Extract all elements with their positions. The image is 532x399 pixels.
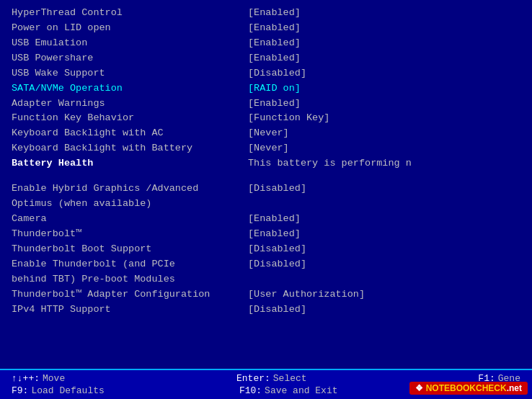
label-kb-backlight-battery: Keyboard Backlight with Battery xyxy=(12,141,242,156)
value-camera: [Enabled] xyxy=(242,212,520,227)
footer-move: ↑↓++: Move xyxy=(12,373,65,384)
footer-key-f10: F10: xyxy=(239,385,262,396)
row-ipv4-http[interactable]: IPv4 HTTP Support [Disabled] xyxy=(12,302,520,318)
row-hyperthread[interactable]: HyperThread Control [Enabled] xyxy=(12,6,520,21)
row-kb-backlight-ac[interactable]: Keyboard Backlight with AC [Never] xyxy=(12,126,520,141)
row-tb-enable-pcie2: behind TBT) Pre-boot Modules xyxy=(12,272,520,287)
row-camera[interactable]: Camera [Enabled] xyxy=(12,212,520,227)
value-tb-boot-support: [Disabled] xyxy=(242,242,520,257)
value-function-key: [Function Key] xyxy=(242,111,520,126)
row-adapter-warnings[interactable]: Adapter Warnings [Enabled] xyxy=(12,97,520,112)
label-sata-nvme: SATA/NVMe Operation xyxy=(12,81,242,97)
label-power-lid: Power on LID open xyxy=(12,21,242,36)
label-thunderbolt: Thunderbolt™ xyxy=(12,227,242,242)
label-camera: Camera xyxy=(12,212,242,227)
footer-desc-select: Select xyxy=(273,373,307,384)
watermark-text: NOTEBOOKCHECK xyxy=(426,383,507,393)
row-hybrid-graphics[interactable]: Enable Hybrid Graphics /Advanced [Disabl… xyxy=(12,181,520,197)
watermark-suffix: .net xyxy=(507,383,522,393)
row-optimus: Optimus (when available) xyxy=(12,197,520,212)
footer-enter: Enter: Select xyxy=(236,373,307,384)
row-battery-health[interactable]: Battery Health This battery is performin… xyxy=(12,156,520,171)
value-hyperthread: [Enabled] xyxy=(242,6,520,21)
label-tb-boot-support: Thunderbolt Boot Support xyxy=(12,242,242,257)
bios-screen: HyperThread Control [Enabled] Power on L… xyxy=(0,0,532,399)
footer-f10: F10: Save and Exit xyxy=(239,385,338,396)
value-hybrid-graphics: [Disabled] xyxy=(242,181,520,197)
label-tb-enable-pcie2: behind TBT) Pre-boot Modules xyxy=(12,272,242,287)
footer-desc-move: Move xyxy=(43,373,65,384)
value-usb-wake: [Disabled] xyxy=(242,66,520,81)
label-adapter-warnings: Adapter Warnings xyxy=(12,97,242,112)
value-power-lid: [Enabled] xyxy=(242,21,520,36)
row-usb-powershare[interactable]: USB Powershare [Enabled] xyxy=(12,51,520,66)
label-battery-health: Battery Health xyxy=(12,156,242,171)
row-usb-emulation[interactable]: USB Emulation [Enabled] xyxy=(12,36,520,51)
row-kb-backlight-battery[interactable]: Keyboard Backlight with Battery [Never] xyxy=(12,141,520,156)
watermark-icon: ❖ xyxy=(415,383,423,393)
label-hyperthread: HyperThread Control xyxy=(12,6,242,21)
footer-desc-save: Save and Exit xyxy=(265,385,337,396)
label-usb-emulation: USB Emulation xyxy=(12,36,242,51)
label-tb-adapter-config: Thunderbolt™ Adapter Configuration xyxy=(12,287,242,302)
value-kb-backlight-ac: [Never] xyxy=(242,126,520,141)
row-tb-adapter-config[interactable]: Thunderbolt™ Adapter Configuration [User… xyxy=(12,287,520,302)
value-thunderbolt: [Enabled] xyxy=(242,227,520,242)
value-adapter-warnings: [Enabled] xyxy=(242,97,520,112)
label-optimus: Optimus (when available) xyxy=(12,197,242,212)
value-tb-adapter-config: [User Authorization] xyxy=(242,287,520,302)
label-kb-backlight-ac: Keyboard Backlight with AC xyxy=(12,126,242,141)
label-usb-wake: USB Wake Support xyxy=(12,66,242,81)
row-usb-wake[interactable]: USB Wake Support [Disabled] xyxy=(12,66,520,81)
value-sata-nvme: [RAID on] xyxy=(242,81,520,97)
row-power-lid[interactable]: Power on LID open [Enabled] xyxy=(12,21,520,36)
footer-desc-load: Load Defaults xyxy=(31,385,104,396)
row-sata-nvme[interactable]: SATA/NVMe Operation [RAID on] xyxy=(12,81,520,97)
label-usb-powershare: USB Powershare xyxy=(12,51,242,66)
label-ipv4-http: IPv4 HTTP Support xyxy=(12,302,242,318)
label-function-key: Function Key Behavior xyxy=(12,111,242,126)
value-tb-enable-pcie1: [Disabled] xyxy=(242,257,520,272)
value-usb-emulation: [Enabled] xyxy=(242,36,520,51)
label-tb-enable-pcie1: Enable Thunderbolt (and PCIe xyxy=(12,257,242,272)
row-tb-enable-pcie1[interactable]: Enable Thunderbolt (and PCIe [Disabled] xyxy=(12,257,520,272)
value-usb-powershare: [Enabled] xyxy=(242,51,520,66)
label-hybrid-graphics: Enable Hybrid Graphics /Advanced xyxy=(12,181,242,197)
footer-f9: F9: Load Defaults xyxy=(12,385,105,396)
value-ipv4-http: [Disabled] xyxy=(242,302,520,318)
row-tb-boot-support[interactable]: Thunderbolt Boot Support [Disabled] xyxy=(12,242,520,257)
footer-key-f9: F9: xyxy=(12,385,28,396)
bios-content: HyperThread Control [Enabled] Power on L… xyxy=(0,0,532,369)
value-battery-health: This battery is performing n xyxy=(242,156,520,171)
footer-key-arrows: ↑↓++: xyxy=(12,373,40,384)
value-kb-backlight-battery: [Never] xyxy=(242,141,520,156)
watermark: ❖ NOTEBOOKCHECK .net xyxy=(409,382,528,395)
row-function-key[interactable]: Function Key Behavior [Function Key] xyxy=(12,111,520,126)
row-thunderbolt[interactable]: Thunderbolt™ [Enabled] xyxy=(12,227,520,242)
footer-key-enter: Enter: xyxy=(236,373,270,384)
